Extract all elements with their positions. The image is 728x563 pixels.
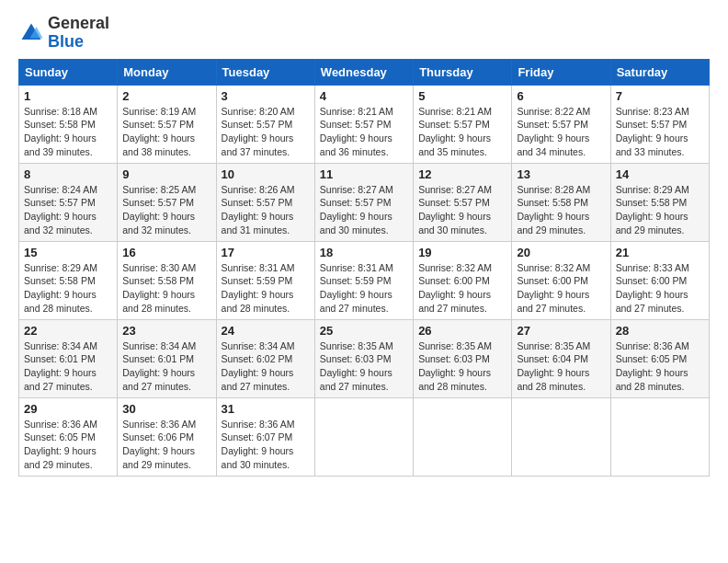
day-info: Sunrise: 8:34 AM Sunset: 6:01 PM Dayligh… [24,339,112,394]
calendar-cell: 29 Sunrise: 8:36 AM Sunset: 6:05 PM Dayl… [19,397,118,476]
calendar-cell: 24 Sunrise: 8:34 AM Sunset: 6:02 PM Dayl… [216,319,314,397]
day-number: 10 [222,167,310,181]
weekday-header-saturday: Saturday [610,59,709,85]
day-info: Sunrise: 8:27 AM Sunset: 5:57 PM Dayligh… [418,183,506,237]
calendar-cell [314,397,413,476]
calendar-cell: 13 Sunrise: 8:28 AM Sunset: 5:58 PM Dayl… [512,163,610,241]
day-number: 22 [24,324,112,338]
day-number: 2 [122,89,210,103]
calendar-week-row: 8 Sunrise: 8:24 AM Sunset: 5:57 PM Dayli… [19,163,710,241]
day-info: Sunrise: 8:35 AM Sunset: 6:03 PM Dayligh… [320,339,408,394]
calendar-cell: 16 Sunrise: 8:30 AM Sunset: 5:58 PM Dayl… [118,241,216,319]
calendar-cell: 15 Sunrise: 8:29 AM Sunset: 5:58 PM Dayl… [19,241,118,319]
day-info: Sunrise: 8:25 AM Sunset: 5:57 PM Dayligh… [122,183,210,237]
day-info: Sunrise: 8:18 AM Sunset: 5:58 PM Dayligh… [24,105,112,159]
page-header: General Blue [18,15,710,52]
weekday-header-monday: Monday [118,59,216,85]
day-number: 19 [418,246,506,259]
day-number: 12 [418,167,506,181]
weekday-header-thursday: Thursday [414,59,512,85]
calendar-cell: 31 Sunrise: 8:36 AM Sunset: 6:07 PM Dayl… [216,397,314,476]
day-info: Sunrise: 8:28 AM Sunset: 5:58 PM Dayligh… [517,183,605,237]
day-info: Sunrise: 8:32 AM Sunset: 6:00 PM Dayligh… [517,261,605,316]
day-info: Sunrise: 8:31 AM Sunset: 5:59 PM Dayligh… [320,261,408,316]
calendar-week-row: 1 Sunrise: 8:18 AM Sunset: 5:58 PM Dayli… [19,85,710,163]
day-number: 3 [222,89,310,103]
calendar-cell: 26 Sunrise: 8:35 AM Sunset: 6:03 PM Dayl… [414,319,512,397]
calendar-cell [512,397,610,476]
calendar-cell: 18 Sunrise: 8:31 AM Sunset: 5:59 PM Dayl… [314,241,413,319]
calendar-week-row: 15 Sunrise: 8:29 AM Sunset: 5:58 PM Dayl… [19,241,710,319]
day-number: 23 [122,324,210,338]
day-number: 28 [616,324,704,338]
calendar-cell: 1 Sunrise: 8:18 AM Sunset: 5:58 PM Dayli… [19,85,118,163]
day-info: Sunrise: 8:33 AM Sunset: 6:00 PM Dayligh… [616,261,704,316]
calendar-cell: 3 Sunrise: 8:20 AM Sunset: 5:57 PM Dayli… [216,85,314,163]
day-number: 5 [418,89,506,103]
calendar-cell: 5 Sunrise: 8:21 AM Sunset: 5:57 PM Dayli… [414,85,512,163]
day-info: Sunrise: 8:36 AM Sunset: 6:06 PM Dayligh… [122,418,210,472]
calendar-cell: 8 Sunrise: 8:24 AM Sunset: 5:57 PM Dayli… [19,163,118,241]
day-number: 17 [222,246,310,259]
day-info: Sunrise: 8:31 AM Sunset: 5:59 PM Dayligh… [222,261,310,316]
day-number: 6 [517,89,605,103]
weekday-header-wednesday: Wednesday [314,59,413,85]
weekday-header-sunday: Sunday [19,59,118,85]
day-number: 24 [222,324,310,338]
day-info: Sunrise: 8:26 AM Sunset: 5:57 PM Dayligh… [222,183,310,237]
day-info: Sunrise: 8:35 AM Sunset: 6:03 PM Dayligh… [418,339,506,394]
day-info: Sunrise: 8:21 AM Sunset: 5:57 PM Dayligh… [320,105,408,159]
day-number: 26 [418,324,506,338]
day-number: 21 [616,246,704,259]
calendar-cell: 21 Sunrise: 8:33 AM Sunset: 6:00 PM Dayl… [610,241,709,319]
day-info: Sunrise: 8:32 AM Sunset: 6:00 PM Dayligh… [418,261,506,316]
day-info: Sunrise: 8:22 AM Sunset: 5:57 PM Dayligh… [517,105,605,159]
day-number: 27 [517,324,605,338]
calendar-cell: 17 Sunrise: 8:31 AM Sunset: 5:59 PM Dayl… [216,241,314,319]
calendar-cell [610,397,709,476]
calendar-cell: 23 Sunrise: 8:34 AM Sunset: 6:01 PM Dayl… [118,319,216,397]
calendar-cell: 12 Sunrise: 8:27 AM Sunset: 5:57 PM Dayl… [414,163,512,241]
day-number: 30 [122,402,210,416]
day-info: Sunrise: 8:35 AM Sunset: 6:04 PM Dayligh… [517,339,605,394]
day-number: 31 [222,402,310,416]
calendar-cell: 4 Sunrise: 8:21 AM Sunset: 5:57 PM Dayli… [314,85,413,163]
logo-blue-text: Blue [48,32,84,51]
day-info: Sunrise: 8:36 AM Sunset: 6:05 PM Dayligh… [24,418,112,472]
calendar-cell: 10 Sunrise: 8:26 AM Sunset: 5:57 PM Dayl… [216,163,314,241]
day-number: 9 [122,167,210,181]
calendar-cell: 11 Sunrise: 8:27 AM Sunset: 5:57 PM Dayl… [314,163,413,241]
day-info: Sunrise: 8:36 AM Sunset: 6:05 PM Dayligh… [616,339,704,394]
calendar-week-row: 29 Sunrise: 8:36 AM Sunset: 6:05 PM Dayl… [19,397,710,476]
logo-general-text: General [48,14,109,32]
calendar-cell: 2 Sunrise: 8:19 AM Sunset: 5:57 PM Dayli… [118,85,216,163]
day-info: Sunrise: 8:20 AM Sunset: 5:57 PM Dayligh… [222,105,310,159]
day-number: 20 [517,246,605,259]
calendar-cell: 6 Sunrise: 8:22 AM Sunset: 5:57 PM Dayli… [512,85,610,163]
day-number: 25 [320,324,408,338]
calendar-cell: 7 Sunrise: 8:23 AM Sunset: 5:57 PM Dayli… [610,85,709,163]
day-info: Sunrise: 8:36 AM Sunset: 6:07 PM Dayligh… [222,418,310,472]
calendar-cell: 28 Sunrise: 8:36 AM Sunset: 6:05 PM Dayl… [610,319,709,397]
calendar-cell: 27 Sunrise: 8:35 AM Sunset: 6:04 PM Dayl… [512,319,610,397]
calendar-table: SundayMondayTuesdayWednesdayThursdayFrid… [18,59,710,477]
day-info: Sunrise: 8:21 AM Sunset: 5:57 PM Dayligh… [418,105,506,159]
day-info: Sunrise: 8:19 AM Sunset: 5:57 PM Dayligh… [122,105,210,159]
day-info: Sunrise: 8:34 AM Sunset: 6:02 PM Dayligh… [222,339,310,394]
day-number: 18 [320,246,408,259]
calendar-cell [414,397,512,476]
day-info: Sunrise: 8:29 AM Sunset: 5:58 PM Dayligh… [24,261,112,316]
day-info: Sunrise: 8:27 AM Sunset: 5:57 PM Dayligh… [320,183,408,237]
calendar-week-row: 22 Sunrise: 8:34 AM Sunset: 6:01 PM Dayl… [19,319,710,397]
day-number: 4 [320,89,408,103]
day-info: Sunrise: 8:30 AM Sunset: 5:58 PM Dayligh… [122,261,210,316]
day-number: 13 [517,167,605,181]
calendar-cell: 22 Sunrise: 8:34 AM Sunset: 6:01 PM Dayl… [19,319,118,397]
day-number: 29 [24,402,112,416]
calendar-cell: 14 Sunrise: 8:29 AM Sunset: 5:58 PM Dayl… [610,163,709,241]
weekday-header-row: SundayMondayTuesdayWednesdayThursdayFrid… [19,59,710,85]
calendar-cell: 20 Sunrise: 8:32 AM Sunset: 6:00 PM Dayl… [512,241,610,319]
day-number: 7 [616,89,704,103]
calendar-cell: 9 Sunrise: 8:25 AM Sunset: 5:57 PM Dayli… [118,163,216,241]
day-number: 16 [122,246,210,259]
